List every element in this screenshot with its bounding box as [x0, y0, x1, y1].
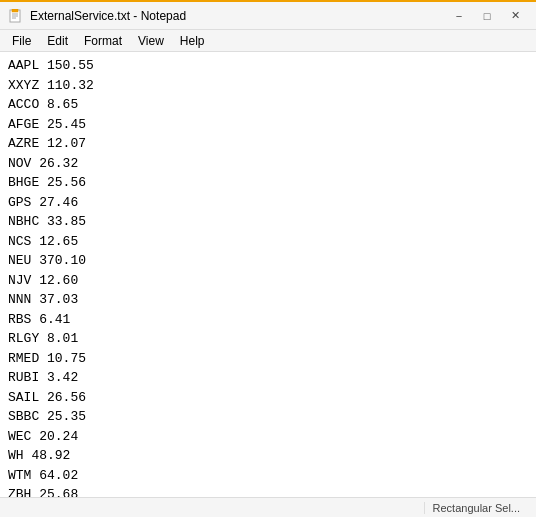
menu-bar: FileEditFormatViewHelp [0, 30, 536, 52]
menu-item-file[interactable]: File [4, 32, 39, 50]
title-bar: ExternalService.txt - Notepad − □ ✕ [0, 0, 536, 30]
menu-item-format[interactable]: Format [76, 32, 130, 50]
svg-rect-1 [12, 9, 18, 12]
close-button[interactable]: ✕ [502, 6, 528, 26]
minimize-button[interactable]: − [446, 6, 472, 26]
title-bar-left: ExternalService.txt - Notepad [8, 8, 186, 24]
menu-item-help[interactable]: Help [172, 32, 213, 50]
menu-item-edit[interactable]: Edit [39, 32, 76, 50]
text-content-area[interactable]: AAPL 150.55 XXYZ 110.32 ACCO 8.65 AFGE 2… [0, 52, 536, 497]
window-title: ExternalService.txt - Notepad [30, 9, 186, 23]
notepad-icon [8, 8, 24, 24]
text-content: AAPL 150.55 XXYZ 110.32 ACCO 8.65 AFGE 2… [8, 56, 528, 497]
menu-item-view[interactable]: View [130, 32, 172, 50]
window-controls: − □ ✕ [446, 6, 528, 26]
maximize-button[interactable]: □ [474, 6, 500, 26]
status-bar: Rectangular Sel... [0, 497, 536, 517]
rectangular-sel-label: Rectangular Sel... [424, 502, 528, 514]
